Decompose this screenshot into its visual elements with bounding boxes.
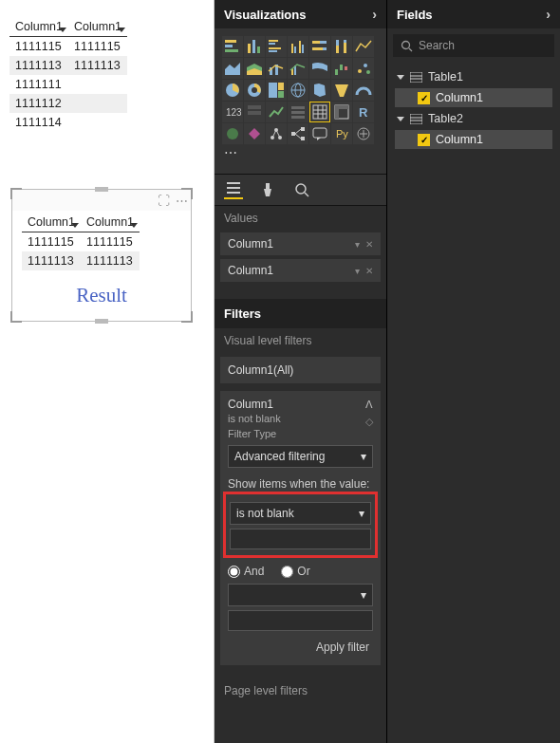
checkbox-checked-icon[interactable]: ✓ bbox=[418, 134, 430, 146]
focus-mode-icon[interactable]: ⛶ bbox=[157, 194, 171, 208]
col-header[interactable]: Column1 bbox=[81, 213, 140, 232]
resize-handle[interactable] bbox=[10, 311, 22, 323]
svg-rect-15 bbox=[312, 41, 320, 44]
resize-handle[interactable] bbox=[95, 319, 108, 324]
clustered-bar-icon[interactable] bbox=[266, 36, 287, 57]
map-icon[interactable] bbox=[288, 80, 308, 101]
funnel-icon[interactable] bbox=[331, 80, 352, 101]
fields-tab-icon[interactable] bbox=[224, 180, 243, 199]
visualizations-header[interactable]: Visualizations › bbox=[215, 0, 386, 28]
col-header[interactable]: Column1 bbox=[9, 17, 68, 37]
stacked-column-100-icon[interactable] bbox=[331, 36, 352, 57]
treemap-icon[interactable] bbox=[266, 80, 287, 101]
key-influencers-icon[interactable] bbox=[266, 123, 287, 144]
svg-line-66 bbox=[276, 130, 280, 138]
svg-rect-86 bbox=[410, 72, 422, 83]
cell: 1111114 bbox=[9, 113, 68, 132]
line-chart-icon[interactable] bbox=[353, 36, 374, 57]
condition-select[interactable]: is not blank▾ bbox=[230, 502, 371, 525]
decomposition-tree-icon[interactable] bbox=[288, 123, 308, 144]
stacked-bar-icon[interactable] bbox=[222, 36, 243, 57]
area-chart-icon[interactable] bbox=[222, 58, 243, 79]
chevron-down-icon[interactable]: ▾ bbox=[355, 239, 360, 250]
svg-rect-80 bbox=[266, 183, 270, 189]
table-node[interactable]: Table1 bbox=[391, 66, 556, 87]
arcgis-icon[interactable] bbox=[222, 123, 243, 144]
gauge-icon[interactable] bbox=[353, 80, 374, 101]
stacked-column-icon[interactable] bbox=[244, 36, 265, 57]
resize-handle[interactable] bbox=[95, 187, 108, 192]
svg-point-82 bbox=[296, 184, 306, 194]
cell bbox=[68, 94, 127, 113]
fields-search[interactable]: Search bbox=[393, 34, 554, 57]
scatter-icon[interactable] bbox=[353, 58, 374, 79]
format-tab-icon[interactable] bbox=[258, 180, 277, 199]
svg-rect-9 bbox=[269, 50, 277, 52]
remove-icon[interactable]: ✕ bbox=[365, 239, 373, 250]
filter-card-collapsed[interactable]: Column1(All) bbox=[220, 357, 381, 383]
table-icon bbox=[410, 72, 422, 83]
python-visual-icon[interactable]: Py bbox=[331, 123, 352, 144]
kpi-icon[interactable] bbox=[266, 102, 287, 122]
import-visual-icon[interactable] bbox=[353, 123, 374, 144]
filter-summary: is not blank bbox=[228, 413, 373, 424]
filter-card-expanded[interactable]: Column1 ᐱ is not blank ◇ Filter Type bbox=[220, 391, 381, 441]
pie-chart-icon[interactable] bbox=[222, 80, 243, 101]
chevron-down-icon[interactable]: ▾ bbox=[355, 266, 360, 276]
analytics-tab-icon[interactable] bbox=[292, 180, 311, 199]
resize-handle[interactable] bbox=[181, 311, 193, 323]
selected-visual[interactable]: ⛶ ⋯ Column1 Column1 11111151111115 11111… bbox=[11, 189, 192, 322]
cell bbox=[68, 75, 127, 94]
powerapps-icon[interactable] bbox=[244, 123, 265, 144]
more-visuals-icon[interactable]: ⋯ bbox=[222, 145, 243, 166]
fields-header[interactable]: Fields › bbox=[387, 0, 560, 28]
multi-row-card-icon[interactable] bbox=[244, 102, 265, 122]
or-radio[interactable]: Or bbox=[281, 565, 309, 578]
svg-point-33 bbox=[364, 64, 367, 67]
table-visual-icon[interactable] bbox=[309, 102, 330, 122]
col-header[interactable]: Column1 bbox=[68, 17, 127, 37]
show-items-label: Show items when the value: bbox=[228, 477, 373, 491]
checkbox-checked-icon[interactable]: ✓ bbox=[418, 92, 430, 104]
line-stacked-column-icon[interactable] bbox=[266, 58, 287, 79]
chevron-right-icon[interactable]: › bbox=[372, 7, 377, 22]
donut-chart-icon[interactable] bbox=[244, 80, 265, 101]
condition2-select[interactable]: ▾ bbox=[228, 584, 373, 606]
filled-map-icon[interactable] bbox=[309, 80, 330, 101]
condition-value-input[interactable] bbox=[230, 529, 371, 549]
col-header[interactable]: Column1 bbox=[22, 213, 81, 232]
stacked-bar-100-icon[interactable] bbox=[309, 36, 330, 57]
value-well[interactable]: Column1▾✕ bbox=[220, 232, 381, 255]
cell: 1111113 bbox=[22, 251, 81, 270]
value-well[interactable]: Column1▾✕ bbox=[220, 259, 381, 282]
svg-rect-0 bbox=[225, 40, 236, 43]
report-canvas[interactable]: Column1 Column1 11111151111115 111111311… bbox=[0, 0, 215, 743]
qa-icon[interactable] bbox=[309, 123, 330, 144]
table-node[interactable]: Table2 bbox=[391, 108, 556, 129]
remove-icon[interactable]: ✕ bbox=[365, 266, 373, 276]
dropdown-arrow-icon: ▾ bbox=[359, 507, 364, 520]
svg-marker-22 bbox=[225, 63, 240, 75]
r-visual-icon[interactable]: R bbox=[353, 102, 374, 122]
card-icon[interactable]: 123 bbox=[222, 102, 243, 122]
chevron-up-icon[interactable]: ᐱ bbox=[365, 399, 373, 411]
waterfall-icon[interactable] bbox=[331, 58, 352, 79]
condition2-value-input[interactable] bbox=[228, 610, 373, 631]
more-options-icon[interactable]: ⋯ bbox=[175, 194, 189, 208]
resize-handle[interactable] bbox=[10, 188, 22, 199]
ribbon-chart-icon[interactable] bbox=[309, 58, 330, 79]
apply-filter-button[interactable]: Apply filter bbox=[228, 633, 373, 658]
filter-type-select[interactable]: Advanced filtering▾ bbox=[228, 445, 373, 468]
field-item[interactable]: ✓ Column1 bbox=[395, 88, 552, 107]
svg-rect-3 bbox=[248, 44, 251, 53]
pane-toolbar bbox=[215, 174, 386, 206]
clear-filter-icon[interactable]: ◇ bbox=[365, 416, 373, 428]
slicer-icon[interactable] bbox=[288, 102, 308, 122]
clustered-column-icon[interactable] bbox=[288, 36, 308, 57]
and-radio[interactable]: And bbox=[228, 565, 264, 578]
line-clustered-column-icon[interactable] bbox=[288, 58, 308, 79]
field-item[interactable]: ✓ Column1 bbox=[395, 130, 552, 149]
stacked-area-icon[interactable] bbox=[244, 58, 265, 79]
matrix-icon[interactable] bbox=[331, 102, 352, 122]
chevron-right-icon[interactable]: › bbox=[546, 7, 551, 22]
